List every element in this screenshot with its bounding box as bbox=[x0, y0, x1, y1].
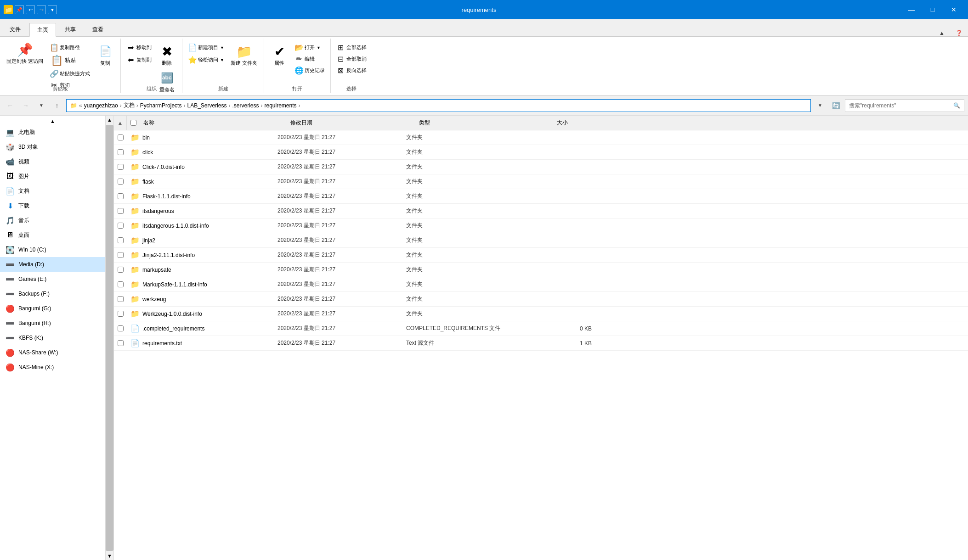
redo-icon[interactable]: ↪ bbox=[37, 5, 46, 14]
copy-to-button[interactable]: ⬅ 复制到 bbox=[125, 55, 153, 65]
table-row[interactable]: 📁 MarkupSafe-1.1.1.dist-info 2020/2/23 星… bbox=[114, 277, 968, 292]
sidebar-item-getames[interactable]: ➖ Games (E:) bbox=[0, 272, 105, 286]
sidebar-item-backups[interactable]: ➖ Backups (F:) bbox=[0, 286, 105, 301]
row-select-checkbox[interactable] bbox=[118, 179, 124, 185]
sidebar-item-this-pc[interactable]: 💻 此电脑 bbox=[0, 125, 105, 140]
row-select-checkbox[interactable] bbox=[118, 223, 124, 229]
pin-to-quick-access-button[interactable]: 📌 固定到快 速访问 bbox=[4, 40, 46, 65]
select-none-button[interactable]: ⊟ 全部取消 bbox=[334, 54, 368, 64]
row-select-checkbox[interactable] bbox=[118, 340, 124, 346]
row-select-checkbox[interactable] bbox=[118, 267, 124, 273]
table-row[interactable]: 📁 Jinja2-2.11.1.dist-info 2020/2/23 星期日 … bbox=[114, 248, 968, 263]
row-select-checkbox[interactable] bbox=[118, 164, 124, 170]
new-folder-button[interactable]: 📁 新建 文件夹 bbox=[228, 42, 260, 67]
open-button[interactable]: 📂 打开 ▼ bbox=[293, 42, 327, 53]
table-row[interactable]: 📁 markupsafe 2020/2/23 星期日 21:27 文件夹 bbox=[114, 263, 968, 277]
sidebar-item-pictures[interactable]: 🖼 图片 bbox=[0, 169, 105, 184]
invert-selection-button[interactable]: ⊠ 反向选择 bbox=[334, 65, 368, 76]
up-button[interactable]: ↑ bbox=[51, 99, 63, 112]
sidebar-item-nasmine[interactable]: 🔴 NAS-Mine (X:) bbox=[0, 360, 105, 375]
minimize-button[interactable]: — bbox=[901, 0, 922, 19]
row-checkbox-6[interactable] bbox=[114, 223, 127, 229]
table-row[interactable]: 📄 requirements.txt 2020/2/23 星期日 21:27 T… bbox=[114, 336, 968, 351]
close-button[interactable]: ✕ bbox=[943, 0, 964, 19]
row-select-checkbox[interactable] bbox=[118, 208, 124, 214]
forward-button[interactable]: → bbox=[19, 99, 32, 112]
address-path-box[interactable]: 📁 « yuangezhizao › 文档 › PycharmProjects … bbox=[66, 99, 811, 112]
row-checkbox-1[interactable] bbox=[114, 149, 127, 155]
row-select-checkbox[interactable] bbox=[118, 252, 124, 258]
address-dropdown-button[interactable]: ▼ bbox=[814, 99, 826, 112]
header-checkbox[interactable] bbox=[127, 116, 140, 130]
row-checkbox-13[interactable] bbox=[114, 325, 127, 331]
paste-button[interactable]: 📋 粘贴 bbox=[48, 54, 92, 67]
row-select-checkbox[interactable] bbox=[118, 296, 124, 302]
breadcrumb-requirements[interactable]: requirements bbox=[265, 102, 297, 109]
edit-button[interactable]: ✏ 编辑 bbox=[293, 54, 327, 64]
paste-shortcut-button[interactable]: 🔗 粘贴快捷方式 bbox=[48, 68, 92, 79]
breadcrumb-pycharm[interactable]: PycharmProjects bbox=[140, 102, 182, 109]
ribbon-collapse-button[interactable]: ▲ bbox=[934, 30, 950, 36]
sidebar-item-bangumig[interactable]: 🔴 Bangumi (G:) bbox=[0, 301, 105, 316]
table-row[interactable]: 📁 Flask-1.1.1.dist-info 2020/2/23 星期日 21… bbox=[114, 189, 968, 204]
sidebar-scroll-up[interactable]: ▲ bbox=[0, 118, 105, 125]
row-checkbox-11[interactable] bbox=[114, 296, 127, 302]
customize-toolbar-icon[interactable]: ▼ bbox=[48, 5, 57, 14]
column-header-size[interactable]: 大小 bbox=[553, 119, 608, 127]
table-row[interactable]: 📁 jinja2 2020/2/23 星期日 21:27 文件夹 bbox=[114, 233, 968, 248]
row-checkbox-8[interactable] bbox=[114, 252, 127, 258]
row-select-checkbox[interactable] bbox=[118, 149, 124, 155]
sidebar-item-kbfs[interactable]: ➖ KBFS (K:) bbox=[0, 330, 105, 345]
sidebar-item-videos[interactable]: 📹 视频 bbox=[0, 154, 105, 169]
easy-access-button[interactable]: ⭐ 轻松访问 ▼ bbox=[186, 55, 226, 65]
table-row[interactable]: 📁 click 2020/2/23 星期日 21:27 文件夹 bbox=[114, 145, 968, 160]
column-header-name[interactable]: 名称 bbox=[140, 119, 287, 127]
row-checkbox-10[interactable] bbox=[114, 281, 127, 287]
sidebar-item-downloads[interactable]: ⬇ 下载 bbox=[0, 198, 105, 213]
row-select-checkbox[interactable] bbox=[118, 325, 124, 331]
maximize-button[interactable]: □ bbox=[922, 0, 943, 19]
sidebar-item-bangumih[interactable]: ➖ Bangumi (H:) bbox=[0, 316, 105, 330]
breadcrumb-documents[interactable]: 文档 bbox=[124, 101, 135, 109]
table-row[interactable]: 📄 .completed_requirements 2020/2/23 星期日 … bbox=[114, 321, 968, 336]
tab-view[interactable]: 查看 bbox=[85, 22, 111, 36]
row-checkbox-4[interactable] bbox=[114, 193, 127, 199]
row-select-checkbox[interactable] bbox=[118, 281, 124, 287]
undo-icon[interactable]: ↩ bbox=[26, 5, 35, 14]
tab-share[interactable]: 共享 bbox=[57, 22, 84, 36]
move-to-button[interactable]: ➡ 移动到 bbox=[125, 42, 153, 53]
recent-locations-button[interactable]: ▼ bbox=[35, 99, 48, 112]
row-select-checkbox[interactable] bbox=[118, 311, 124, 317]
sidebar-item-desktop[interactable]: 🖥 桌面 bbox=[0, 228, 105, 242]
table-row[interactable]: 📁 werkzeug 2020/2/23 星期日 21:27 文件夹 bbox=[114, 292, 968, 307]
sidebar-item-win10c[interactable]: 💽 Win 10 (C:) bbox=[0, 242, 105, 257]
column-header-type[interactable]: 类型 bbox=[415, 119, 553, 127]
row-checkbox-0[interactable] bbox=[114, 134, 127, 140]
table-row[interactable]: 📁 itsdangerous 2020/2/23 星期日 21:27 文件夹 bbox=[114, 204, 968, 218]
table-row[interactable]: 📁 flask 2020/2/23 星期日 21:27 文件夹 bbox=[114, 174, 968, 189]
sidebar-item-music[interactable]: 🎵 音乐 bbox=[0, 213, 105, 228]
sidebar-scrollbar[interactable]: ▲ ▼ bbox=[106, 116, 114, 560]
sort-button[interactable]: ▲ bbox=[114, 116, 127, 130]
refresh-button[interactable]: 🔄 bbox=[829, 99, 842, 112]
row-select-checkbox[interactable] bbox=[118, 134, 124, 140]
sidebar-scroll-down-btn[interactable]: ▼ bbox=[106, 552, 113, 560]
tab-home[interactable]: 主页 bbox=[29, 23, 56, 37]
row-checkbox-2[interactable] bbox=[114, 164, 127, 170]
row-checkbox-5[interactable] bbox=[114, 208, 127, 214]
copy-button[interactable]: 📄 复制 bbox=[94, 42, 117, 67]
row-checkbox-12[interactable] bbox=[114, 311, 127, 317]
history-button[interactable]: 🌐 历史记录 bbox=[293, 65, 327, 76]
copy-path-button[interactable]: 📋 复制路径 bbox=[48, 42, 92, 53]
table-row[interactable]: 📁 Click-7.0.dist-info 2020/2/23 星期日 21:2… bbox=[114, 160, 968, 174]
row-select-checkbox[interactable] bbox=[118, 237, 124, 243]
sidebar-item-documents[interactable]: 📄 文档 bbox=[0, 184, 105, 198]
search-input[interactable] bbox=[849, 102, 951, 109]
sidebar-item-3d[interactable]: 🎲 3D 对象 bbox=[0, 140, 105, 154]
breadcrumb-yuangezhizao[interactable]: yuangezhizao bbox=[84, 102, 118, 109]
row-checkbox-14[interactable] bbox=[114, 340, 127, 346]
sidebar-item-nasshare[interactable]: 🔴 NAS-Share (W:) bbox=[0, 345, 105, 360]
table-row[interactable]: 📁 Werkzeug-1.0.0.dist-info 2020/2/23 星期日… bbox=[114, 307, 968, 321]
delete-button[interactable]: ✖ 删除 bbox=[155, 42, 178, 67]
back-button[interactable]: ← bbox=[4, 99, 17, 112]
